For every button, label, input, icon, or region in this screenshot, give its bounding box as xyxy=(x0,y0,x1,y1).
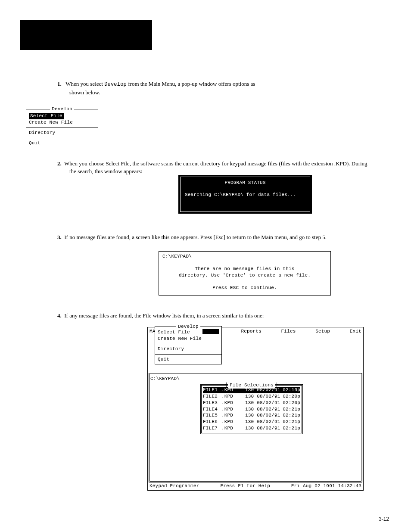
menu-item-directory[interactable]: Directory xyxy=(158,346,219,352)
menu-item-files[interactable]: Files xyxy=(281,328,296,333)
program-status-dialog: PROGRAM STATUS Searching C:\KEYPAD\ for … xyxy=(180,177,310,212)
page-number: 3-12 xyxy=(379,516,389,523)
file-row[interactable]: FILE4.KPD130 08/02/91 02:21p xyxy=(203,406,300,413)
develop-menu: Develop Select File Create New File Dire… xyxy=(26,109,98,148)
menu-item-create-new-file[interactable]: Create New File xyxy=(29,119,95,126)
chapter-heading-block xyxy=(20,20,152,50)
menu-item-setup[interactable]: Setup xyxy=(315,328,330,333)
dialog-message: There are no message files in this xyxy=(162,266,327,272)
body-paragraph-4: 4. If any message files are found, the F… xyxy=(57,312,372,320)
body-paragraph-2: 2. When you choose Select File, the soft… xyxy=(57,160,372,176)
status-bar: Keypad Programmer Press F1 for Help Fri … xyxy=(149,483,362,489)
file-row[interactable]: FILE3.KPD130 08/02/91 02:20p xyxy=(203,400,300,406)
menu-item-quit[interactable]: Quit xyxy=(158,356,219,363)
body-text: If any message files are found, the File… xyxy=(64,312,264,319)
body-text: When you choose Select File, the softwar… xyxy=(64,160,367,174)
menu-item-quit[interactable]: Quit xyxy=(29,140,95,146)
menu-title: Develop xyxy=(176,324,200,330)
file-selections-panel: ┤File Selections├ FILE1.KPD130 08/02/91 … xyxy=(200,384,303,434)
directory-path: C:\KEYPAD\ xyxy=(162,253,327,260)
directory-path: C:\KEYPAD\ xyxy=(150,376,180,382)
status-help-hint: Press F1 for Help xyxy=(220,483,270,489)
menu-item-select-file[interactable]: Select File xyxy=(158,329,190,336)
menu-item-directory[interactable]: Directory xyxy=(29,130,95,136)
dialog-prompt: Press ESC to continue. xyxy=(162,285,327,291)
menu-item-select-file[interactable]: Select File xyxy=(29,113,64,119)
body-paragraph-3: 3. If no message files are found, a scre… xyxy=(57,233,372,242)
dialog-title: PROGRAM STATUS xyxy=(185,180,305,186)
body-text: If no message files are found, a screen … xyxy=(64,234,327,240)
body-paragraph-1: 1. When you select Develop from the Main… xyxy=(57,80,367,97)
status-app-name: Keypad Programmer xyxy=(149,483,199,489)
file-row[interactable]: FILE5.KPD130 08/02/91 02:21p xyxy=(203,412,300,419)
dialog-message: directory. Use 'Create' to create a new … xyxy=(162,272,327,279)
body-text: from the Main Menu, a pop-up window offe… xyxy=(128,81,255,87)
body-text: When you select xyxy=(65,81,103,87)
file-row[interactable]: FILE6.KPD130 08/02/91 02:21p xyxy=(203,419,300,425)
file-row[interactable]: FILE7.KPD130 08/02/91 02:21p xyxy=(203,425,300,432)
menu-title: Develop xyxy=(50,106,74,112)
panel-title: File Selections xyxy=(228,382,275,389)
empty-directory-dialog: C:\KEYPAD\ There are no message files in… xyxy=(159,251,331,296)
develop-popup: Develop Select File Create New File Dire… xyxy=(155,326,222,364)
file-row[interactable]: FILE2.KPD130 08/02/91 02:20p xyxy=(203,393,300,400)
menu-item-reports[interactable]: Reports xyxy=(241,328,262,333)
body-text: shown below. xyxy=(69,89,367,96)
dialog-message: Searching C:\KEYPAD\ for data files... xyxy=(185,192,305,198)
menu-item-exit[interactable]: Exit xyxy=(350,328,361,333)
menu-item-create-new-file[interactable]: Create New File xyxy=(158,336,219,342)
main-screen: MAIN Develop r Reports Files Setup Exit … xyxy=(147,327,364,491)
status-datetime: Fri Aug 02 1991 14:32:43 xyxy=(291,483,361,489)
